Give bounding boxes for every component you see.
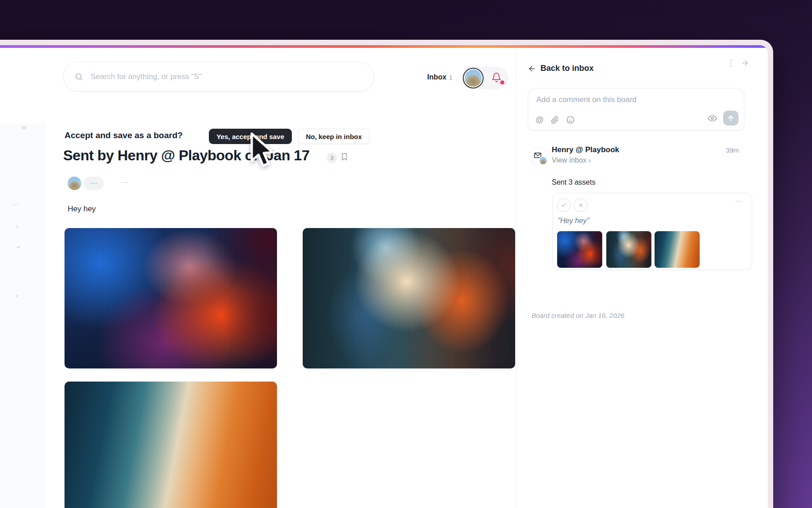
panel-divider [516,48,517,508]
board-created-note: Board created on Jan 16, 2026 [531,312,624,319]
asset-count-badge: 3 [327,153,337,163]
decline-assets-x-button[interactable] [574,198,587,212]
sidebar-chevron-right-icon-2[interactable]: › [16,292,18,299]
sidebar-more-icon[interactable]: ⋯ [12,201,19,208]
gradient-artwork-teal-cream-orange [303,228,515,368]
comment-box[interactable]: @ [528,88,744,130]
asset-thumbnail-1[interactable] [557,231,602,268]
view-inbox-link[interactable]: View inbox › [552,156,591,164]
comment-input[interactable] [535,95,738,105]
arrow-left-icon [528,65,536,73]
search-bar[interactable] [63,62,374,92]
emoji-icon[interactable] [566,116,575,124]
board-members-more-button[interactable]: ⋯ [84,177,104,190]
search-icon [74,72,83,81]
notification-author: Henry @ Playbook [552,145,619,154]
back-to-inbox-label: Back to inbox [540,64,594,73]
thumb-gradient-blue-red [557,231,602,268]
thumb-gradient-teal-orange [655,231,700,268]
panel-kebab-menu-icon[interactable]: ⋮ [724,57,738,68]
sent-assets-card: ⋯ "Hey hey" [553,193,752,270]
check-icon [561,202,567,208]
back-to-inbox-button[interactable]: Back to inbox [528,64,594,73]
notification-summary: Sent 3 assets [552,178,595,186]
board-asset-image-3[interactable] [65,382,277,508]
sender-mini-avatar [539,156,548,165]
board-description: Hey hey [68,205,96,214]
sidebar-collapse-icon[interactable]: « [22,122,27,131]
user-pill[interactable] [461,67,508,89]
inbox-label[interactable]: Inbox [427,73,447,81]
panel-next-arrow-icon[interactable] [738,58,752,69]
notification-envelope-badge [529,147,546,164]
app-window: Inbox 1 « ⋯ › ⌄ › Accept and save as a b… [0,45,768,508]
desktop-background: Inbox 1 « ⋯ › ⌄ › Accept and save as a b… [0,0,812,508]
accept-assets-check-button[interactable] [557,198,571,212]
thumb-gradient-teal-cream [606,231,651,268]
card-more-icon[interactable]: ⋯ [732,197,745,206]
bookmark-icon[interactable] [340,153,349,163]
asset-thumbnail-3[interactable] [655,231,700,268]
sidebar-chevron-down-icon[interactable]: ⌄ [15,242,22,250]
left-sidebar: « ⋯ › ⌄ › [0,123,45,508]
mouse-cursor [247,132,275,170]
visibility-eye-icon[interactable] [708,114,717,123]
asset-message-quote: "Hey hey" [558,217,589,225]
send-comment-button[interactable] [723,111,738,126]
accept-board-question: Accept and save as a board? [65,130,183,140]
notification-timestamp: 39m [721,146,739,154]
gradient-artwork-blue-red [65,228,277,368]
board-options-button[interactable]: ⋯ [118,177,132,187]
attachment-icon[interactable] [551,116,559,124]
arrow-up-icon [727,114,735,122]
board-asset-image-2[interactable] [303,228,515,368]
search-input[interactable] [90,72,363,82]
notification-dot [499,79,505,85]
keep-in-inbox-button[interactable]: No, keep in inbox [298,129,370,144]
board-member-avatar[interactable] [68,177,81,190]
board-asset-image-1[interactable] [65,228,277,368]
sidebar-chevron-right-icon[interactable]: › [16,223,18,230]
inbox-count-badge: 1 [449,74,452,81]
x-icon [578,202,584,208]
user-avatar[interactable] [463,68,484,89]
gradient-artwork-teal-orange [65,382,277,508]
window-accent-gradient-bar [0,45,768,48]
asset-thumbnail-2[interactable] [606,231,651,268]
mention-icon[interactable]: @ [535,115,544,125]
